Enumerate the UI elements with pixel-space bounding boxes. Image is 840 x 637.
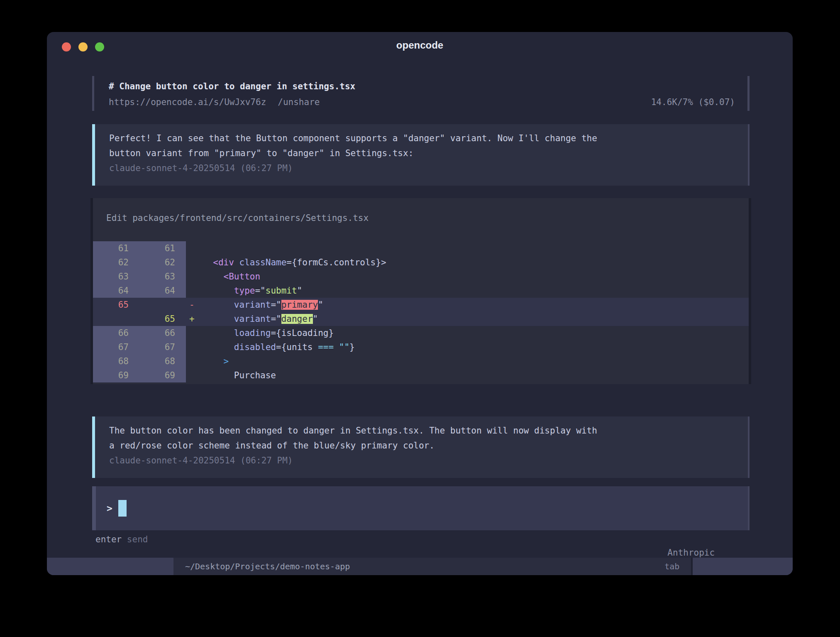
- diff-row: 6969 Purchase: [93, 368, 749, 382]
- diff-row: 65+ variant="danger": [93, 312, 749, 326]
- send-action-hint: send: [122, 533, 148, 546]
- diff-row: 65- variant="primary": [93, 298, 749, 312]
- diff-row: 6464 type="submit": [93, 284, 749, 298]
- status-bar: opencode v0.3.11 ~/Desktop/Projects/demo…: [47, 558, 793, 575]
- mode-chip[interactable]: BUILD MODE: [693, 558, 793, 575]
- session-header: # Change button color to danger in setti…: [92, 76, 750, 111]
- titlebar: opencode: [47, 32, 793, 61]
- diff-row: 6262 <div className={formCs.controls}>: [93, 255, 749, 270]
- diff-row: 6868 >: [93, 354, 749, 368]
- prompt-symbol: >: [107, 503, 112, 514]
- window-title: opencode: [47, 39, 793, 51]
- diff-row: 6666 loading={isLoading}: [93, 326, 749, 340]
- share-url[interactable]: https://opencode.ai/s/UwJxv76z: [109, 94, 266, 110]
- message-text-line: Perfect! I can see that the Button compo…: [109, 131, 748, 146]
- message-text-line: a red/rose color scheme instead of the b…: [109, 438, 748, 453]
- message-model-timestamp: claude-sonnet-4-20250514 (06:27 PM): [109, 453, 748, 468]
- unshare-command: /unshare: [278, 94, 320, 110]
- diff-rows: 61616262 <div className={formCs.controls…: [93, 241, 749, 382]
- diff-row: 6767 disabled={units === ""}: [93, 340, 749, 354]
- hint-row: enter send Anthropic Claude Sonnet 4: [95, 533, 746, 546]
- tab-key-hint: tab: [664, 558, 679, 575]
- edit-tool-card: Edit packages/frontend/src/containers/Se…: [90, 198, 751, 384]
- message-model-timestamp: claude-sonnet-4-20250514 (06:27 PM): [109, 161, 748, 176]
- diff-row: 6363 <Button: [93, 270, 749, 284]
- working-directory: ~/Desktop/Projects/demo-notes-app: [185, 558, 350, 575]
- assistant-message: The button color has been changed to dan…: [92, 416, 750, 478]
- text-cursor: [118, 500, 127, 517]
- assistant-message: Perfect! I can see that the Button compo…: [92, 124, 750, 186]
- edit-tool-header: Edit packages/frontend/src/containers/Se…: [93, 210, 749, 226]
- provider-label: Anthropic: [667, 548, 720, 558]
- session-title: # Change button color to danger in setti…: [109, 78, 735, 94]
- message-text-line: The button color has been changed to dan…: [109, 423, 748, 438]
- message-text-line: button variant from "primary" to "danger…: [109, 146, 748, 161]
- token-cost-stats: 14.6K/7% ($0.07): [651, 94, 735, 110]
- enter-key-hint: enter: [95, 533, 122, 546]
- prompt-input[interactable]: >: [92, 486, 750, 530]
- opencode-window: opencode # Change button color to danger…: [47, 32, 793, 575]
- app-version-chip: opencode v0.3.11: [47, 558, 173, 575]
- diff-row: 6161: [93, 241, 749, 255]
